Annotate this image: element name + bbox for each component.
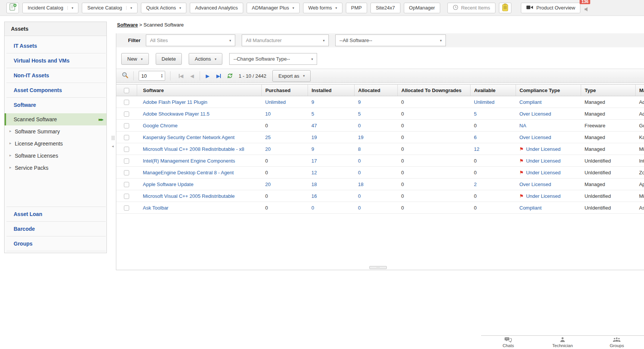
allocated-link[interactable]: 0 bbox=[358, 193, 361, 199]
allocated-link[interactable]: 0 bbox=[358, 205, 361, 211]
clipboard-button[interactable] bbox=[499, 3, 511, 13]
available-value[interactable]: 0 bbox=[474, 170, 477, 175]
software-filter-select[interactable]: --All Software--▾ bbox=[335, 34, 446, 46]
incident-catalog-menu[interactable]: Incident Catalog▾ bbox=[22, 3, 78, 13]
available-value[interactable]: 0 bbox=[474, 193, 477, 199]
prev-page-button[interactable]: ◀ bbox=[190, 73, 194, 79]
row-checkbox[interactable] bbox=[124, 135, 129, 140]
pmp-button[interactable]: PMP bbox=[346, 3, 367, 13]
installed-link[interactable]: 12 bbox=[311, 170, 317, 175]
col-compliance-type[interactable]: Compliance Type bbox=[516, 85, 581, 96]
col-software[interactable]: Software bbox=[137, 85, 261, 96]
purchased-value[interactable]: 20 bbox=[265, 146, 270, 152]
sidebar-item-software-licenses[interactable]: ▸Software Licenses bbox=[5, 150, 106, 162]
compliance-link[interactable]: Compliant bbox=[519, 99, 542, 105]
installed-link[interactable]: 17 bbox=[311, 158, 317, 164]
actions-button[interactable]: Actions▾ bbox=[189, 53, 222, 65]
purchased-value[interactable]: 0 bbox=[265, 123, 268, 128]
installed-link[interactable]: 18 bbox=[311, 182, 317, 187]
available-value[interactable]: 2 bbox=[474, 182, 477, 187]
allocated-link[interactable]: 8 bbox=[358, 146, 361, 152]
breadcrumb-software-link[interactable]: Software bbox=[117, 22, 138, 28]
row-checkbox[interactable] bbox=[124, 158, 129, 164]
installed-link[interactable]: 5 bbox=[311, 111, 314, 117]
compliance-link[interactable]: Over Licensed bbox=[519, 182, 551, 187]
software-link[interactable]: Microsoft Visual C++ 2005 Redistributabl… bbox=[143, 193, 235, 199]
available-value[interactable]: 0 bbox=[474, 158, 477, 164]
web-forms-menu[interactable]: Web forms▾ bbox=[303, 3, 342, 13]
row-checkbox[interactable] bbox=[124, 170, 129, 175]
site-filter-select[interactable]: All Sites▾ bbox=[146, 34, 235, 46]
advanced-analytics-button[interactable]: Advanced Analytics bbox=[190, 3, 243, 13]
groups-button[interactable]: Groups bbox=[590, 336, 644, 349]
software-link[interactable]: Microsoft Visual C++ 2008 Redistributabl… bbox=[143, 146, 244, 152]
export-as-button[interactable]: Export as▾ bbox=[272, 70, 311, 82]
purchased-value[interactable]: 25 bbox=[265, 135, 270, 140]
compliance-link[interactable]: NA bbox=[519, 123, 526, 128]
chats-button[interactable]: Chats bbox=[481, 336, 535, 349]
purchased-value[interactable]: 0 bbox=[265, 170, 268, 175]
row-checkbox[interactable] bbox=[124, 111, 129, 117]
col-available[interactable]: Available bbox=[470, 85, 516, 96]
purchased-value[interactable]: 20 bbox=[265, 182, 270, 187]
available-value[interactable]: 12 bbox=[474, 146, 479, 152]
software-link[interactable]: Google Chrome bbox=[143, 123, 178, 128]
purchased-value[interactable]: 0 bbox=[265, 193, 268, 199]
compliance-link[interactable]: Under Licensed bbox=[526, 193, 561, 199]
new-request-button[interactable] bbox=[6, 3, 19, 13]
available-value[interactable]: 0 bbox=[474, 205, 477, 211]
sidebar-item-asset-components[interactable]: Asset Components bbox=[6, 83, 106, 98]
row-checkbox[interactable] bbox=[124, 182, 129, 187]
sidebar-item-license-agreements[interactable]: ▸License Agreements bbox=[5, 138, 106, 150]
compliance-link[interactable]: Compliant bbox=[519, 205, 542, 211]
select-all-checkbox[interactable] bbox=[124, 88, 129, 93]
col-manufacturer[interactable]: Ma bbox=[635, 85, 644, 96]
first-page-button[interactable]: ◀ bbox=[179, 73, 183, 79]
compliance-link[interactable]: Over Licensed bbox=[519, 135, 551, 140]
sidebar-item-software[interactable]: Software bbox=[6, 98, 106, 112]
sidebar-item-barcode[interactable]: Barcode bbox=[6, 222, 106, 236]
installed-link[interactable]: 0 bbox=[311, 205, 314, 211]
quick-actions-menu[interactable]: Quick Actions▾ bbox=[141, 3, 186, 13]
available-value[interactable]: 5 bbox=[474, 111, 477, 117]
installed-link[interactable]: 9 bbox=[311, 146, 314, 152]
sidebar-item-service-packs[interactable]: ▸Service Packs bbox=[5, 162, 106, 174]
last-page-button[interactable]: ▶ bbox=[216, 73, 221, 79]
installed-link[interactable]: 16 bbox=[311, 193, 317, 199]
opmanager-button[interactable]: OpManager bbox=[404, 3, 441, 13]
sidebar-item-groups[interactable]: Groups bbox=[6, 236, 106, 251]
refresh-button[interactable] bbox=[227, 72, 233, 79]
row-checkbox[interactable] bbox=[124, 123, 129, 128]
service-catalog-menu[interactable]: Service Catalog▾ bbox=[82, 3, 137, 13]
software-link[interactable]: ManageEngine Desktop Central 8 - Agent bbox=[143, 170, 234, 175]
row-checkbox[interactable] bbox=[124, 147, 129, 152]
row-checkbox[interactable] bbox=[124, 205, 129, 211]
change-software-type-select[interactable]: --Change Software Type--▾ bbox=[229, 53, 317, 65]
compliance-link[interactable]: Under Licensed bbox=[526, 146, 561, 152]
compliance-link[interactable]: Under Licensed bbox=[526, 170, 561, 175]
software-link[interactable]: Apple Software Update bbox=[143, 182, 194, 187]
col-installed[interactable]: Installed bbox=[308, 85, 354, 96]
notification-badge[interactable]: 136 bbox=[580, 0, 590, 4]
next-page-button[interactable]: ▶ bbox=[206, 73, 209, 79]
col-purchased[interactable]: Purchased bbox=[261, 85, 308, 96]
sidebar-item-software-summary[interactable]: ▸Software Summary bbox=[5, 125, 106, 138]
purchased-value[interactable]: 0 bbox=[265, 158, 268, 164]
software-link[interactable]: Ask Toolbar bbox=[143, 205, 169, 211]
search-icon[interactable] bbox=[122, 72, 128, 80]
purchased-value[interactable]: Unlimited bbox=[265, 99, 286, 105]
admanager-plus-menu[interactable]: ADManager Plus▾ bbox=[247, 3, 300, 13]
allocated-link[interactable]: 19 bbox=[358, 135, 363, 140]
row-checkbox[interactable] bbox=[124, 194, 129, 199]
installed-link[interactable]: 47 bbox=[311, 123, 317, 128]
available-value[interactable]: Unlimited bbox=[474, 99, 494, 105]
installed-link[interactable]: 9 bbox=[311, 99, 314, 105]
software-link[interactable]: Adobe Shockwave Player 11.5 bbox=[143, 111, 209, 117]
purchased-value[interactable]: 10 bbox=[265, 111, 270, 117]
available-value[interactable]: 6 bbox=[474, 135, 477, 140]
col-allocated[interactable]: Allocated bbox=[354, 85, 397, 96]
page-size-input[interactable]: 10 ▴▾ bbox=[139, 71, 165, 81]
delete-button[interactable]: Delete bbox=[156, 53, 182, 65]
software-link[interactable]: Intel(R) Management Engine Components bbox=[143, 158, 235, 164]
sidebar-item-it-assets[interactable]: IT Assets bbox=[6, 39, 106, 53]
